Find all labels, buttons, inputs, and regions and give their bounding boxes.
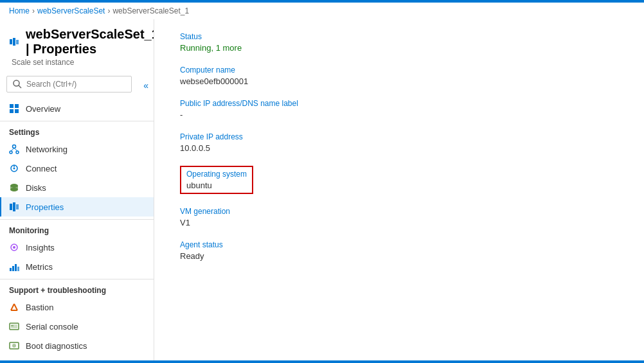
svg-rect-6 <box>15 104 19 108</box>
svg-point-3 <box>13 80 19 86</box>
os-label: Operating system <box>186 170 247 179</box>
subtitle-text: Scale set instance <box>9 58 145 67</box>
disks-icon <box>9 182 19 193</box>
breadcrumb-home[interactable]: Home <box>9 6 30 15</box>
breadcrumb-scaleset[interactable]: webServerScaleSet <box>37 6 105 15</box>
settings-section-label: Settings <box>0 121 154 139</box>
sidebar-item-properties[interactable]: Properties <box>0 197 154 217</box>
private-ip-property: Private IP address 10.0.0.5 <box>180 132 618 153</box>
svg-rect-28 <box>17 267 19 271</box>
breadcrumb-current: webServerScaleSet_1 <box>112 6 189 15</box>
agent-status-property: Agent status Ready <box>180 240 618 261</box>
monitoring-section-label: Monitoring <box>0 219 154 238</box>
sidebar-item-boot[interactable]: Boot diagnostics <box>0 336 154 355</box>
content-area: Status Running, 1 more Computer name web… <box>154 19 644 360</box>
disks-label: Disks <box>26 183 46 193</box>
public-ip-property: Public IP address/DNS name label - <box>180 99 618 120</box>
computer-name-property: Computer name webse0efb000001 <box>180 66 618 86</box>
overview-icon <box>9 103 19 114</box>
networking-label: Networking <box>26 145 67 154</box>
svg-line-29 <box>11 304 14 310</box>
status-property: Status Running, 1 more <box>180 32 618 53</box>
sidebar-item-serial[interactable]: Serial console <box>0 317 154 336</box>
metrics-label: Metrics <box>26 262 53 272</box>
os-property: Operating system ubuntu <box>180 166 618 194</box>
search-box[interactable] <box>6 76 132 93</box>
svg-rect-8 <box>15 109 19 113</box>
properties-label: Properties <box>26 202 64 212</box>
connect-icon <box>9 163 19 173</box>
svg-point-16 <box>13 168 15 170</box>
public-ip-value: - <box>180 110 618 120</box>
page-title: webServerScaleSet_1 | Properties ⊟ <box>9 27 145 57</box>
svg-rect-5 <box>10 104 13 108</box>
svg-point-11 <box>16 151 19 154</box>
serial-icon <box>9 321 19 332</box>
status-label: Status <box>180 32 618 41</box>
scaleset-icon <box>9 37 19 47</box>
agent-status-value: Ready <box>180 251 618 261</box>
sidebar-item-metrics[interactable]: Metrics <box>0 257 154 276</box>
svg-point-10 <box>10 151 12 154</box>
os-highlighted-box: Operating system ubuntu <box>180 166 253 194</box>
boot-icon <box>9 341 19 351</box>
insights-label: Insights <box>26 243 55 252</box>
svg-point-9 <box>13 145 16 148</box>
support-section-label: Support + troubleshooting <box>0 279 154 297</box>
search-icon <box>12 79 22 89</box>
svg-rect-20 <box>10 204 12 210</box>
overview-label: Overview <box>26 104 60 114</box>
svg-point-24 <box>13 246 15 249</box>
svg-rect-0 <box>10 39 12 44</box>
public-ip-label: Public IP address/DNS name label <box>180 99 618 108</box>
boot-label: Boot diagnostics <box>26 341 87 351</box>
svg-line-30 <box>14 304 17 310</box>
collapse-button[interactable]: « <box>138 78 154 93</box>
svg-rect-25 <box>10 268 12 271</box>
os-value: ubuntu <box>186 181 247 190</box>
sidebar-item-connect[interactable]: Connect <box>0 159 154 178</box>
private-ip-value: 10.0.0.5 <box>180 143 618 153</box>
search-row: « <box>0 72 154 99</box>
svg-rect-26 <box>12 266 14 271</box>
sidebar: webServerScaleSet_1 | Properties ⊟ Scale… <box>0 19 154 360</box>
breadcrumb: Home › webServerScaleSet › webServerScal… <box>0 3 644 19</box>
sidebar-item-overview[interactable]: Overview <box>0 99 154 118</box>
svg-line-4 <box>19 85 21 88</box>
bastion-label: Bastion <box>26 303 53 312</box>
svg-line-12 <box>11 148 14 152</box>
header-section: webServerScaleSet_1 | Properties ⊟ Scale… <box>0 19 154 72</box>
svg-rect-21 <box>13 202 15 211</box>
bottom-bar <box>0 360 644 363</box>
svg-line-13 <box>14 148 17 152</box>
nav-list: Overview Settings Networking <box>0 99 154 355</box>
computer-name-label: Computer name <box>180 66 618 75</box>
vm-gen-property: VM generation V1 <box>180 207 618 227</box>
properties-icon <box>9 202 19 212</box>
svg-rect-1 <box>13 38 15 46</box>
svg-rect-33 <box>11 324 17 328</box>
title-text: webServerScaleSet_1 | Properties <box>26 27 154 57</box>
vm-gen-value: V1 <box>180 218 618 227</box>
svg-rect-27 <box>15 264 17 271</box>
svg-rect-2 <box>16 40 19 44</box>
svg-rect-22 <box>16 204 19 209</box>
networking-icon <box>9 144 19 154</box>
main-area: webServerScaleSet_1 | Properties ⊟ Scale… <box>0 19 644 360</box>
insights-icon <box>9 242 19 252</box>
svg-point-36 <box>12 344 16 348</box>
sidebar-item-networking[interactable]: Networking <box>0 139 154 159</box>
sidebar-item-insights[interactable]: Insights <box>0 238 154 257</box>
metrics-icon <box>9 261 19 272</box>
agent-status-label: Agent status <box>180 240 618 249</box>
sidebar-item-disks[interactable]: Disks <box>0 178 154 197</box>
search-input[interactable] <box>26 80 126 89</box>
sidebar-item-bastion[interactable]: Bastion <box>0 297 154 317</box>
bastion-icon <box>9 302 19 312</box>
vm-gen-label: VM generation <box>180 207 618 216</box>
status-value: Running, 1 more <box>180 43 618 53</box>
private-ip-label: Private IP address <box>180 132 618 141</box>
computer-name-value: webse0efb000001 <box>180 76 618 86</box>
svg-point-19 <box>10 188 18 191</box>
connect-label: Connect <box>26 164 57 173</box>
